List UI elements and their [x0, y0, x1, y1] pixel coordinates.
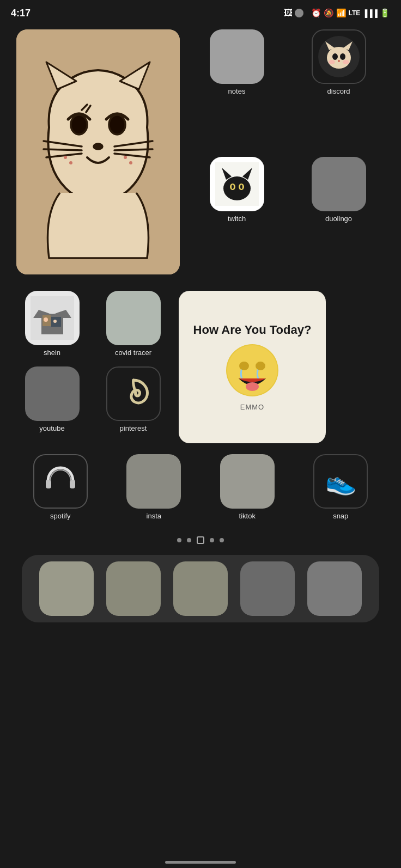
page-dots	[16, 536, 385, 544]
pinterest-icon	[106, 366, 161, 421]
dock-item-5[interactable]	[307, 561, 362, 616]
pinterest-label: pinterest	[120, 424, 147, 432]
app-youtube[interactable]: youtube	[16, 366, 88, 432]
svg-point-20	[332, 53, 338, 60]
gallery-icon: 🖼	[284, 8, 293, 18]
svg-line-8	[114, 149, 153, 150]
page-dot-2[interactable]	[187, 538, 191, 542]
svg-point-32	[240, 185, 242, 189]
covid-tracer-label: covid tracer	[115, 349, 151, 357]
notes-label: notes	[228, 87, 246, 95]
record-icon	[295, 9, 303, 17]
app-discord[interactable]: discord	[293, 29, 385, 147]
page-dot-4[interactable]	[210, 538, 214, 542]
spotify-icon	[33, 454, 88, 509]
mute-icon: 🔕	[324, 8, 334, 18]
svg-line-5	[44, 149, 82, 150]
app-duolingo[interactable]: duolingo	[293, 157, 385, 274]
app-twitch[interactable]: twitch	[191, 157, 283, 274]
dock-item-3[interactable]	[173, 561, 228, 616]
svg-point-22	[338, 60, 340, 62]
middle-left-icons: shein covid tracer youtube	[16, 291, 169, 432]
svg-point-15	[129, 161, 132, 164]
wifi-icon: 📶	[336, 8, 347, 18]
status-bar: 4:17 🖼 ⏰ 🔕 📶 LTE ▐▐▐ 🔋	[0, 0, 401, 24]
signal-icon: ▐▐▐	[362, 9, 378, 17]
dock-item-1[interactable]	[39, 561, 94, 616]
status-time: 4:17	[11, 8, 31, 19]
app-notes[interactable]: notes	[191, 29, 283, 147]
svg-point-24	[343, 60, 349, 64]
bottom-apps: spotify insta tiktok 👟 snap	[16, 454, 385, 520]
top-right-app-grid: notes	[191, 29, 385, 274]
covid-tracer-icon	[106, 291, 161, 345]
app-spotify[interactable]: spotify	[16, 454, 105, 520]
notes-icon	[210, 29, 264, 84]
shein-icon	[25, 291, 80, 345]
svg-point-1	[71, 115, 87, 135]
svg-point-42	[246, 382, 259, 391]
lte-text: LTE	[349, 9, 361, 17]
youtube-icon	[25, 366, 80, 421]
app-pinterest[interactable]: pinterest	[98, 366, 169, 432]
page-dot-5[interactable]	[220, 538, 224, 542]
svg-point-21	[340, 53, 345, 60]
svg-point-31	[232, 185, 234, 189]
page-dot-home[interactable]	[197, 536, 204, 544]
svg-point-26	[223, 176, 251, 200]
app-insta[interactable]: insta	[110, 454, 198, 520]
svg-point-12	[64, 156, 67, 159]
duolingo-label: duolingo	[325, 215, 352, 223]
youtube-label: youtube	[39, 424, 64, 432]
svg-point-37	[53, 320, 57, 323]
app-tiktok[interactable]: tiktok	[203, 454, 291, 520]
battery-icon: 🔋	[380, 8, 390, 18]
app-covid-tracer[interactable]: covid tracer	[98, 291, 169, 357]
svg-point-36	[44, 317, 48, 322]
snap-label: snap	[333, 512, 348, 520]
tiktok-icon	[220, 454, 275, 509]
duolingo-icon	[312, 157, 366, 211]
dock-item-2[interactable]	[106, 561, 161, 616]
insta-label: insta	[147, 512, 161, 520]
app-snap[interactable]: 👟 snap	[297, 454, 385, 520]
twitch-label: twitch	[228, 215, 246, 223]
home-screen: notes	[0, 24, 401, 622]
emmo-widget[interactable]: How Are You Today? EMMO	[179, 291, 326, 443]
cat-widget[interactable]	[16, 29, 180, 274]
svg-point-41	[256, 362, 265, 370]
scroll-indicator	[165, 861, 236, 864]
dock	[22, 555, 379, 622]
emmo-label: EMMO	[240, 403, 264, 411]
emmo-title: How Are You Today?	[193, 323, 312, 337]
top-section: notes	[16, 29, 385, 274]
tiktok-label: tiktok	[239, 512, 256, 520]
svg-point-14	[124, 156, 127, 159]
svg-point-40	[239, 362, 249, 370]
spotify-label: spotify	[50, 512, 71, 520]
snap-icon: 👟	[313, 454, 368, 509]
middle-section: shein covid tracer youtube	[16, 291, 385, 443]
dock-item-4[interactable]	[240, 561, 295, 616]
svg-point-3	[94, 144, 102, 149]
svg-point-2	[109, 115, 125, 135]
twitch-icon	[210, 157, 264, 211]
svg-point-17	[327, 47, 351, 69]
insta-icon	[126, 454, 181, 509]
status-icons: 🖼 ⏰ 🔕 📶 LTE ▐▐▐ 🔋	[284, 8, 390, 18]
app-shein[interactable]: shein	[16, 291, 88, 357]
discord-icon	[312, 29, 366, 84]
alarm-icon: ⏰	[311, 8, 321, 18]
page-dot-1[interactable]	[177, 538, 181, 542]
shein-label: shein	[44, 349, 60, 357]
svg-point-13	[69, 161, 72, 164]
discord-label: discord	[327, 87, 350, 95]
svg-point-23	[329, 60, 335, 64]
